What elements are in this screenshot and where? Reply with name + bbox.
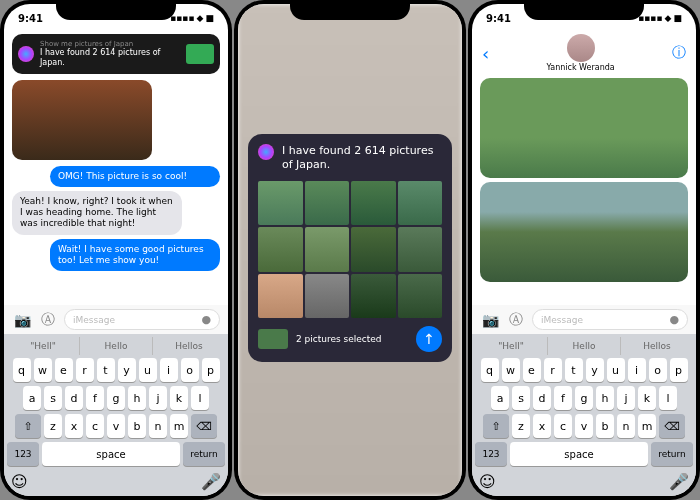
key-v[interactable]: v — [107, 414, 125, 438]
key-i[interactable]: i — [628, 358, 646, 382]
send-button[interactable]: ↑ — [416, 326, 442, 352]
key-t[interactable]: t — [565, 358, 583, 382]
key-m[interactable]: m — [170, 414, 188, 438]
key-x[interactable]: x — [533, 414, 551, 438]
key-h[interactable]: h — [596, 386, 614, 410]
key-r[interactable]: r — [76, 358, 94, 382]
key-e[interactable]: e — [523, 358, 541, 382]
photo-message[interactable] — [12, 80, 152, 160]
key-p[interactable]: p — [670, 358, 688, 382]
key-r[interactable]: r — [544, 358, 562, 382]
messages[interactable]: OMG! This picture is so cool! Yeah! I kn… — [4, 76, 228, 305]
photo-thumb[interactable] — [258, 227, 303, 272]
photo-thumb[interactable] — [351, 274, 396, 319]
suggestion[interactable]: Hellos — [621, 337, 693, 355]
key-space[interactable]: space — [510, 442, 648, 466]
key-w[interactable]: w — [502, 358, 520, 382]
key-b[interactable]: b — [596, 414, 614, 438]
key-w[interactable]: w — [34, 358, 52, 382]
key-c[interactable]: c — [554, 414, 572, 438]
photo-thumb[interactable] — [351, 181, 396, 226]
photo-thumb[interactable] — [305, 181, 350, 226]
photo-thumb[interactable] — [305, 274, 350, 319]
suggestion[interactable]: Hello — [548, 337, 621, 355]
key-g[interactable]: g — [575, 386, 593, 410]
key-j[interactable]: j — [149, 386, 167, 410]
key-space[interactable]: space — [42, 442, 180, 466]
key-shift[interactable]: ⇧ — [483, 414, 509, 438]
key-l[interactable]: l — [659, 386, 677, 410]
key-s[interactable]: s — [44, 386, 62, 410]
key-y[interactable]: y — [586, 358, 604, 382]
key-a[interactable]: a — [23, 386, 41, 410]
key-shift[interactable]: ⇧ — [15, 414, 41, 438]
photo-message[interactable] — [480, 78, 688, 178]
photo-thumb[interactable] — [398, 227, 443, 272]
key-s[interactable]: s — [512, 386, 530, 410]
contact[interactable]: Yannick Weranda — [546, 34, 614, 72]
back-button[interactable]: ‹ — [482, 43, 489, 64]
key-e[interactable]: e — [55, 358, 73, 382]
key-o[interactable]: o — [649, 358, 667, 382]
key-z[interactable]: z — [44, 414, 62, 438]
key-i[interactable]: i — [160, 358, 178, 382]
photo-message[interactable] — [480, 182, 688, 282]
sent-bubble[interactable]: OMG! This picture is so cool! — [50, 166, 220, 187]
dictate-icon[interactable]: 🎤 — [669, 472, 689, 491]
photo-thumb[interactable] — [258, 274, 303, 319]
key-u[interactable]: u — [139, 358, 157, 382]
key-x[interactable]: x — [65, 414, 83, 438]
key-n[interactable]: n — [617, 414, 635, 438]
key-q[interactable]: q — [13, 358, 31, 382]
photo-thumb[interactable] — [398, 274, 443, 319]
key-return[interactable]: return — [651, 442, 693, 466]
key-d[interactable]: d — [65, 386, 83, 410]
key-k[interactable]: k — [170, 386, 188, 410]
message-input[interactable]: iMessage ● — [64, 309, 220, 330]
key-y[interactable]: y — [118, 358, 136, 382]
emoji-icon[interactable]: ☺ — [479, 472, 496, 491]
message-input[interactable]: iMessage ● — [532, 309, 688, 330]
sent-bubble[interactable]: Wait! I have some good pictures too! Let… — [50, 239, 220, 272]
info-button[interactable]: ⓘ — [672, 44, 686, 62]
key-u[interactable]: u — [607, 358, 625, 382]
suggestion[interactable]: Hellos — [153, 337, 225, 355]
key-z[interactable]: z — [512, 414, 530, 438]
key-m[interactable]: m — [638, 414, 656, 438]
dictate-icon[interactable]: 🎤 — [201, 472, 221, 491]
apps-icon[interactable]: Ⓐ — [506, 310, 526, 330]
received-bubble[interactable]: Yeah! I know, right? I took it when I wa… — [12, 191, 182, 235]
mic-icon[interactable]: ● — [201, 313, 211, 326]
key-n[interactable]: n — [149, 414, 167, 438]
key-b[interactable]: b — [128, 414, 146, 438]
siri-banner[interactable]: Show me pictures of Japan I have found 2… — [12, 34, 220, 74]
key-p[interactable]: p — [202, 358, 220, 382]
key-o[interactable]: o — [181, 358, 199, 382]
key-d[interactable]: d — [533, 386, 551, 410]
emoji-icon[interactable]: ☺ — [11, 472, 28, 491]
key-return[interactable]: return — [183, 442, 225, 466]
siri-thumbnail[interactable] — [186, 44, 214, 64]
key-v[interactable]: v — [575, 414, 593, 438]
selected-thumb[interactable] — [258, 329, 288, 349]
key-k[interactable]: k — [638, 386, 656, 410]
suggestion[interactable]: Hello — [80, 337, 153, 355]
photo-thumb[interactable] — [305, 227, 350, 272]
messages[interactable] — [472, 74, 696, 305]
photo-thumb[interactable] — [351, 227, 396, 272]
key-j[interactable]: j — [617, 386, 635, 410]
key-delete[interactable]: ⌫ — [191, 414, 217, 438]
camera-icon[interactable]: 📷 — [480, 310, 500, 330]
key-f[interactable]: f — [554, 386, 572, 410]
suggestion[interactable]: "Hell" — [7, 337, 80, 355]
key-123[interactable]: 123 — [475, 442, 507, 466]
mic-icon[interactable]: ● — [669, 313, 679, 326]
apps-icon[interactable]: Ⓐ — [38, 310, 58, 330]
suggestion[interactable]: "Hell" — [475, 337, 548, 355]
key-l[interactable]: l — [191, 386, 209, 410]
key-f[interactable]: f — [86, 386, 104, 410]
key-q[interactable]: q — [481, 358, 499, 382]
key-delete[interactable]: ⌫ — [659, 414, 685, 438]
key-123[interactable]: 123 — [7, 442, 39, 466]
key-g[interactable]: g — [107, 386, 125, 410]
